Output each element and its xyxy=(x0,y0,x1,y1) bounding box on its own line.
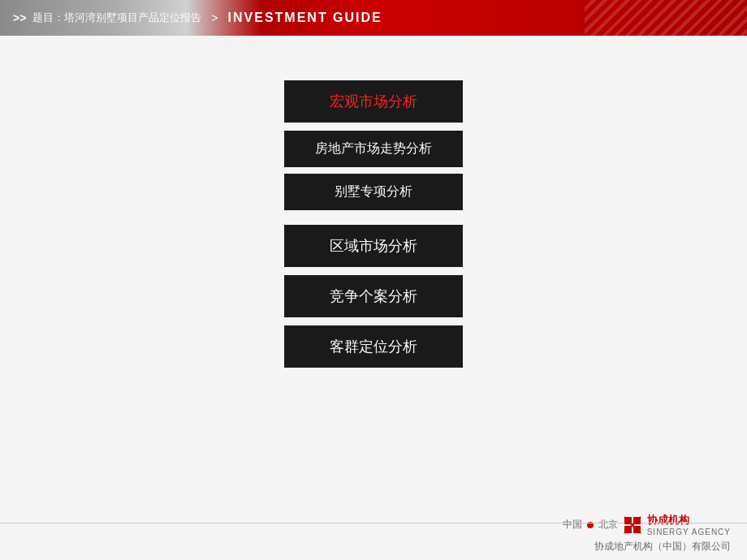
header-separator: > xyxy=(211,11,218,24)
menu-item-customer-label: 客群定位分析 xyxy=(330,338,417,355)
sub-item-real-estate[interactable]: 房地产市场走势分析 xyxy=(284,131,463,167)
footer-china-beijing: 中国 xyxy=(563,518,582,532)
footer: 中国 北京 协成机构 SINERGY AGENCY 协成地产机构（中国）有限公司 xyxy=(0,511,747,560)
menu-item-competition-label: 竞争个案分析 xyxy=(330,288,417,304)
menu-item-competition[interactable]: 竞争个案分析 xyxy=(284,275,463,317)
logo-icon xyxy=(623,515,642,535)
menu-item-customer[interactable]: 客群定位分析 xyxy=(284,325,463,368)
menu-item-regional-label: 区域市场分析 xyxy=(330,238,417,254)
sub-items-macro: 房地产市场走势分析 别墅专项分析 xyxy=(284,131,463,217)
sub-item-villa-label: 别墅专项分析 xyxy=(335,184,412,198)
header-breadcrumb: 题目：塔河湾别墅项目产品定位报告 xyxy=(32,11,201,25)
footer-company: 协成地产机构（中国）有限公司 xyxy=(594,540,731,554)
footer-beijing: 北京 xyxy=(598,518,618,532)
sub-item-real-estate-label: 房地产市场走势分析 xyxy=(315,141,432,155)
menu-item-macro-label: 宏观市场分析 xyxy=(330,93,417,110)
footer-logo-name: 协成机构 xyxy=(647,513,689,528)
menu-container: 宏观市场分析 房地产市场走势分析 别墅专项分析 区域市场分析 竞争个案分析 客群… xyxy=(268,80,479,376)
footer-logo-area: 中国 北京 协成机构 SINERGY AGENCY xyxy=(563,513,731,536)
sub-item-villa[interactable]: 别墅专项分析 xyxy=(284,174,463,210)
main-content: 宏观市场分析 房地产市场走势分析 别墅专项分析 区域市场分析 竞争个案分析 客群… xyxy=(0,36,747,560)
footer-logo-sub: SINERGY AGENCY xyxy=(647,528,731,536)
menu-item-regional[interactable]: 区域市场分析 xyxy=(284,225,463,267)
header-bar: >> 题目：塔河湾别墅项目产品定位报告 > INVESTMENT GUIDE xyxy=(0,0,747,36)
header-arrows: >> xyxy=(13,11,26,24)
menu-item-macro[interactable]: 宏观市场分析 xyxy=(284,80,463,123)
header-title: INVESTMENT GUIDE xyxy=(228,11,382,25)
